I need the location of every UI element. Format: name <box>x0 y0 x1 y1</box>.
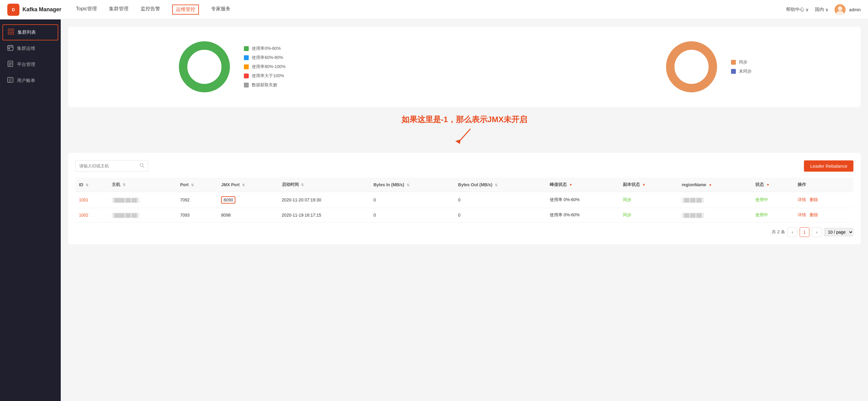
sort-icon-id[interactable]: ⇅ <box>86 183 88 187</box>
chevron-down-icon: ∨ <box>805 7 809 12</box>
cell-bytes-in-1002: 0 <box>370 208 455 222</box>
left-chart-legend: 使用率0%-60% 使用率60%-80% 使用率80%-100% 使用率大于10… <box>244 46 285 88</box>
sort-icon-host[interactable]: ⇅ <box>123 183 125 187</box>
cell-jmx-port-1001: 8090 <box>217 192 278 208</box>
header-right: 帮助中心 ∨ 国内 ∨ admin <box>786 4 861 15</box>
cell-actions-1001: 详情 删除 <box>794 192 854 208</box>
filter-icon-replica[interactable]: ▼ <box>642 183 646 187</box>
sort-icon-time[interactable]: ⇅ <box>301 183 304 187</box>
nav-topic[interactable]: Topic管理 <box>76 5 97 14</box>
cell-bytes-in-1001: 0 <box>370 192 455 208</box>
sidebar-item-cluster-ops[interactable]: 集群运维 <box>0 40 61 57</box>
sidebar-item-user-account[interactable]: 用户账单 <box>0 72 61 89</box>
table-header-row: ID ⇅ 主机 ⇅ Port ⇅ JMX Port <box>75 178 854 192</box>
host-blurred-1001: ████ ██.██ <box>112 197 140 203</box>
left-donut-chart <box>177 39 232 94</box>
col-jmx-port: JMX Port ⇅ <box>217 178 278 192</box>
right-chart-legend: 同步 未同步 <box>731 60 752 74</box>
chevron-down-icon: ∨ <box>825 7 829 12</box>
search-input[interactable] <box>79 163 137 168</box>
legend-label-4: 数据获取失败 <box>252 82 277 88</box>
calendar-icon <box>7 45 13 52</box>
right-legend-label-1: 未同步 <box>739 69 752 74</box>
filter-icon-status[interactable]: ▼ <box>766 183 770 187</box>
region-blurred-1001: ██.██.██ <box>682 197 704 203</box>
svg-rect-8 <box>11 32 14 34</box>
sidebar-label-cluster-list: 集群列表 <box>18 29 36 35</box>
nav-ops[interactable]: 运维管控 <box>172 5 199 14</box>
sort-icon-bytes-in[interactable]: ⇅ <box>407 183 409 187</box>
region-selector[interactable]: 国内 ∨ <box>815 7 829 12</box>
detail-link-1002[interactable]: 详情 <box>798 212 806 217</box>
col-status: 状态 ▼ <box>752 178 794 192</box>
sort-icon-jmx[interactable]: ⇅ <box>242 183 245 187</box>
cell-start-time-1002: 2020-11-19 16:17:15 <box>278 208 370 222</box>
sidebar: 集群列表 集群运维 <box>0 20 61 401</box>
sort-icon-port[interactable]: ⇅ <box>191 183 194 187</box>
host-blurred-1002: ████ ██.██ <box>112 213 140 218</box>
leader-rebalance-button[interactable]: Leader Rebalance <box>804 160 854 172</box>
next-page-button[interactable]: › <box>812 227 822 237</box>
user-name: admin <box>849 7 861 12</box>
arrow-container <box>68 127 861 146</box>
sort-icon-bytes-out[interactable]: ⇅ <box>495 183 497 187</box>
detail-link-1001[interactable]: 详情 <box>798 197 806 202</box>
cell-replica-status-1002: 同步 <box>619 208 678 222</box>
cell-region-1002: ██.██.██ <box>678 208 752 222</box>
legend-color-orange <box>244 64 249 69</box>
nav-monitor[interactable]: 监控告警 <box>141 5 160 14</box>
legend-item-1: 使用率60%-80% <box>244 55 285 60</box>
legend-item-4: 数据获取失败 <box>244 82 285 88</box>
filter-icon-region[interactable]: ▼ <box>709 183 712 187</box>
col-bytes-out: Bytes Out (MB/s) ⇅ <box>454 178 546 192</box>
cell-action-delete-1001[interactable]: 删除 <box>810 197 820 202</box>
col-replica-status: 副本状态 ▼ <box>619 178 678 192</box>
legend-color-unsync <box>731 69 736 74</box>
cell-host-1002: ████ ██.██ <box>108 208 177 222</box>
search-box[interactable] <box>75 160 148 172</box>
cell-replica-status-1001: 同步 <box>619 192 678 208</box>
right-legend-label-0: 同步 <box>739 60 747 65</box>
delete-link-1001[interactable]: 删除 <box>810 197 818 202</box>
col-port: Port ⇅ <box>177 178 217 192</box>
avatar[interactable] <box>835 4 845 15</box>
table-section: Leader Rebalance ID ⇅ 主机 ⇅ <box>68 153 861 244</box>
total-count: 共 2 条 <box>772 229 785 235</box>
sidebar-item-cluster-list[interactable]: 集群列表 <box>2 24 58 40</box>
list-icon <box>7 77 13 85</box>
nav-cluster[interactable]: 集群管理 <box>109 5 128 14</box>
logo: D Kafka Manager <box>7 4 61 16</box>
cell-action-detail-1002[interactable]: 详情 <box>798 212 810 217</box>
legend-item-3: 使用率大于100% <box>244 73 285 79</box>
cell-id-1001: 1001 <box>75 192 108 208</box>
help-center[interactable]: 帮助中心 ∨ <box>786 7 809 12</box>
cell-actions-1002: 详情 删除 <box>794 208 854 222</box>
filter-icon-peak[interactable]: ▼ <box>569 183 572 187</box>
svg-rect-14 <box>8 61 13 66</box>
delete-link-1002[interactable]: 删除 <box>810 212 818 217</box>
cell-jmx-port-1002: 8098 <box>217 208 278 222</box>
search-icon[interactable] <box>140 163 144 169</box>
cell-peak-status-1002: 使用率 0%-60% <box>546 208 619 222</box>
cell-port-1002: 7093 <box>177 208 217 222</box>
nav-expert[interactable]: 专家服务 <box>211 5 230 14</box>
current-page-button[interactable]: 1 <box>800 227 809 237</box>
right-chart-wrapper: 同步 未同步 <box>664 39 752 94</box>
col-region-name: regionName ▼ <box>678 178 752 192</box>
col-action: 操作 <box>794 178 854 192</box>
sidebar-item-platform[interactable]: 平台管理 <box>0 57 61 72</box>
page-size-select[interactable]: 10 / page 20 / page 50 / page <box>824 228 854 236</box>
svg-text:D: D <box>12 7 15 12</box>
cell-action-delete-1002[interactable]: 删除 <box>810 212 820 217</box>
grid-icon <box>8 29 14 36</box>
logo-icon: D <box>7 4 20 16</box>
main-content: 使用率0%-60% 使用率60%-80% 使用率80%-100% 使用率大于10… <box>61 20 868 401</box>
cell-region-1001: ██.██.██ <box>678 192 752 208</box>
cell-start-time-1001: 2020-11-20 07:19:30 <box>278 192 370 208</box>
legend-color-green <box>244 46 249 51</box>
sidebar-label-user-account: 用户账单 <box>17 78 35 84</box>
prev-page-button[interactable]: ‹ <box>787 227 797 237</box>
cell-action-detail-1001[interactable]: 详情 <box>798 197 810 202</box>
app-name: Kafka Manager <box>23 6 61 13</box>
pagination: 共 2 条 ‹ 1 › 10 / page 20 / page 50 / pag… <box>75 227 854 237</box>
